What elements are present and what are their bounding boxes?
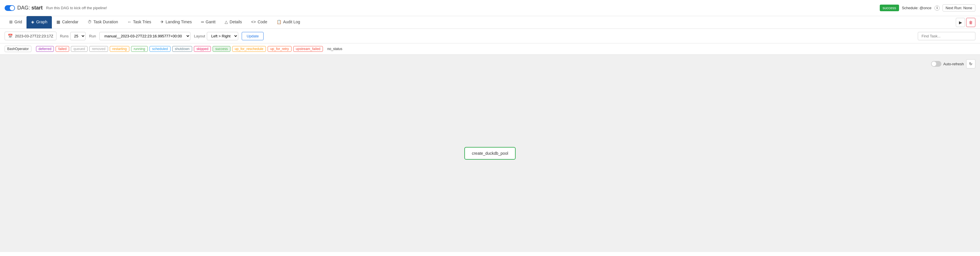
main-content: Auto-refresh ↻ create_duckdb_pool — [0, 55, 980, 252]
task-tries-icon: ↔ — [127, 19, 131, 24]
tab-graph-label: Graph — [36, 19, 47, 24]
schedule-label: Schedule: @once — [902, 6, 932, 10]
status-badge-shutdown: shutdown — [172, 46, 192, 52]
delete-icon: 🗑 — [969, 20, 973, 25]
operator-tag: BashOperator — [5, 46, 32, 52]
layout-label: Layout — [194, 34, 205, 38]
top-bar-right: success Schedule: @once ℹ Next Run: None — [880, 4, 975, 11]
graph-icon: ◈ — [31, 19, 34, 24]
tab-task-tries[interactable]: ↔ Task Tries — [123, 16, 156, 28]
status-badge-success: success — [213, 46, 230, 52]
play-icon: ▶ — [959, 20, 962, 25]
landing-times-icon: ✈ — [161, 19, 164, 24]
graph-area[interactable]: Auto-refresh ↻ create_duckdb_pool — [0, 55, 980, 252]
tab-gantt[interactable]: ═ Gantt — [196, 16, 220, 28]
tab-grid[interactable]: ⊞ Grid — [5, 16, 27, 28]
date-display: 📅 2023-03-27T22:23:17Z — [5, 32, 56, 40]
status-badge-deferred: deferred — [36, 46, 54, 52]
status-badge-skipped: skipped — [194, 46, 211, 52]
dag-name: start — [32, 5, 43, 11]
tab-calendar-label: Calendar — [62, 19, 78, 24]
audit-log-icon: 📋 — [277, 19, 282, 24]
auto-refresh-toggle: Auto-refresh — [931, 61, 964, 67]
auto-refresh-label: Auto-refresh — [943, 62, 964, 66]
top-bar: DAG: start Run this DAG to kick off the … — [0, 0, 980, 16]
calendar-icon: ▦ — [56, 19, 60, 24]
runs-select[interactable]: 25 — [70, 32, 86, 40]
delete-button[interactable]: 🗑 — [966, 18, 975, 27]
status-badge-failed: failed — [56, 46, 69, 52]
tab-task-duration[interactable]: ⏱ Task Duration — [83, 16, 123, 28]
code-icon: <> — [251, 19, 256, 24]
layout-select[interactable]: Left > Right — [207, 32, 238, 40]
legend-bar: BashOperator deferred failed queued remo… — [0, 43, 980, 55]
tab-task-duration-label: Task Duration — [93, 19, 118, 24]
tab-details[interactable]: △ Details — [220, 16, 247, 28]
status-badge-up-for-retry: up_for_retry — [267, 46, 291, 52]
dag-subtitle: Run this DAG to kick off the pipeline! — [46, 6, 107, 10]
gantt-icon: ═ — [201, 19, 204, 24]
task-duration-icon: ⏱ — [88, 19, 92, 24]
status-badge-up-for-reschedule: up_for_reschedule — [232, 46, 266, 52]
tabs-bar: ⊞ Grid ◈ Graph ▦ Calendar ⏱ Task Duratio… — [0, 16, 980, 29]
status-badge-running: running — [131, 46, 148, 52]
graph-top-right: Auto-refresh ↻ — [931, 59, 975, 68]
auto-refresh-switch[interactable] — [931, 61, 942, 67]
layout-control: Layout Left > Right — [194, 32, 238, 40]
tab-grid-label: Grid — [14, 19, 22, 24]
refresh-icon: ↻ — [969, 62, 972, 66]
tab-audit-log[interactable]: 📋 Audit Log — [272, 16, 305, 28]
tab-calendar[interactable]: ▦ Calendar — [52, 16, 83, 28]
tabs-right: ▶ 🗑 — [956, 18, 975, 27]
status-badge-no-status: no_status — [325, 46, 345, 52]
next-run-label: Next Run: None — [943, 4, 976, 11]
controls-bar: 📅 2023-03-27T22:23:17Z Runs 25 Run manua… — [0, 29, 980, 43]
dag-label: DAG: — [17, 5, 30, 11]
refresh-button[interactable]: ↻ — [966, 59, 975, 68]
tab-task-tries-label: Task Tries — [133, 19, 151, 24]
dag-toggle[interactable] — [5, 5, 15, 11]
play-button[interactable]: ▶ — [956, 18, 965, 27]
tab-code[interactable]: <> Code — [247, 16, 272, 28]
status-badges: deferred failed queued removed restartin… — [36, 46, 345, 52]
details-icon: △ — [225, 19, 228, 24]
info-icon[interactable]: ℹ — [934, 5, 940, 11]
runs-label: Runs — [60, 34, 68, 38]
tab-audit-log-label: Audit Log — [283, 19, 300, 24]
tab-landing-times[interactable]: ✈ Landing Times — [156, 16, 196, 28]
tab-details-label: Details — [229, 19, 242, 24]
dag-title: DAG: start — [17, 5, 43, 11]
calendar-small-icon: 📅 — [8, 34, 13, 38]
tab-code-label: Code — [258, 19, 267, 24]
runs-control: Runs 25 — [60, 32, 86, 40]
status-badge-removed: removed — [89, 46, 108, 52]
grid-icon: ⊞ — [9, 19, 13, 24]
task-node-label: create_duckdb_pool — [472, 151, 508, 156]
date-value: 2023-03-27T22:23:17Z — [15, 34, 53, 38]
tab-graph[interactable]: ◈ Graph — [27, 16, 52, 28]
run-select[interactable]: manual__2023-03-27T22:23:16.995777+00:00 — [99, 32, 191, 40]
find-task-input[interactable] — [918, 32, 975, 40]
tab-landing-times-label: Landing Times — [165, 19, 192, 24]
status-badge-restarting: restarting — [110, 46, 129, 52]
status-badge-upstream-failed: upstream_failed — [293, 46, 323, 52]
update-button[interactable]: Update — [242, 32, 264, 40]
tab-gantt-label: Gantt — [206, 19, 215, 24]
status-badge-scheduled: scheduled — [150, 46, 170, 52]
status-badge: success — [880, 5, 899, 11]
status-badge-queued: queued — [71, 46, 88, 52]
task-node[interactable]: create_duckdb_pool — [465, 147, 515, 160]
run-label: Run — [89, 34, 96, 38]
